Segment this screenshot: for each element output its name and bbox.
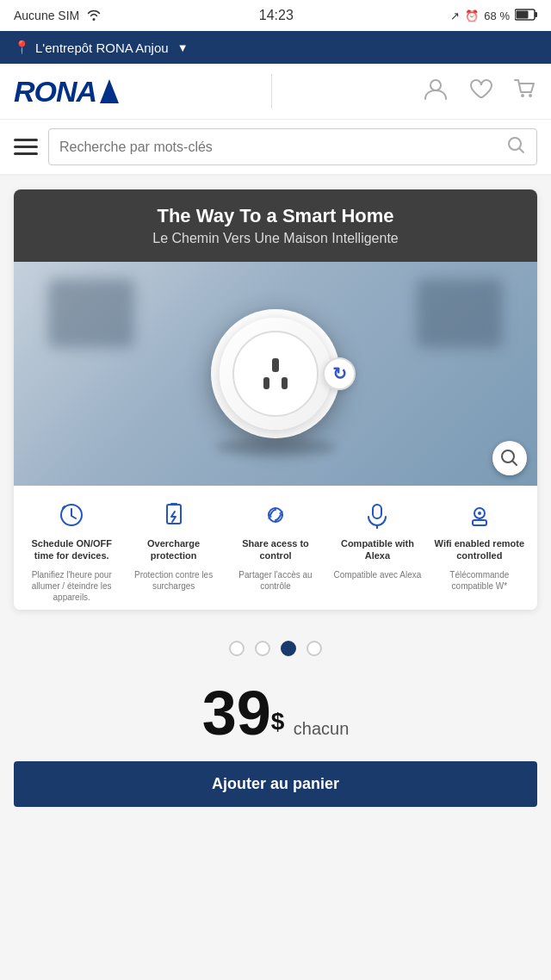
user-icon — [424, 77, 448, 101]
cart-icon — [513, 77, 537, 101]
logo-text: RONA — [14, 75, 96, 109]
price-currency: $ — [271, 707, 285, 734]
cart-icon-button[interactable] — [513, 77, 537, 107]
banner-subtitle: Le Chemin Vers Une Maison Intelligente — [31, 231, 520, 246]
feature-schedule-sublabel: Planifiez l'heure pour allumer / éteindr… — [24, 569, 119, 603]
feature-wifi: Wifi enabled remote controlled Télécomma… — [429, 499, 530, 603]
svg-rect-13 — [373, 505, 381, 518]
location-bar[interactable]: 📍 L'entrepôt RONA Anjou ▼ — [0, 31, 551, 64]
price-amount: 39 — [202, 679, 271, 747]
feature-schedule: Schedule ON/OFF time for devices. Planif… — [21, 499, 122, 603]
battery-icon — [515, 9, 537, 23]
status-right: ↗ ⏰ 68 % — [450, 9, 537, 23]
features-row: Schedule ON/OFF time for devices. Planif… — [14, 486, 537, 610]
price-display: 39$ chacun — [202, 723, 350, 737]
plug-outer — [220, 318, 331, 430]
feature-overcharge-label: Overcharge protection — [126, 537, 220, 562]
search-input-container — [48, 128, 537, 165]
search-input[interactable] — [59, 140, 507, 155]
hamburger-line-1 — [14, 139, 38, 141]
feature-overcharge: Overcharge protection Protection contre … — [122, 499, 224, 603]
nav-icon: ↗ — [450, 9, 460, 22]
feature-wifi-sublabel: Télécommande compatible W* — [432, 569, 527, 592]
status-left: Aucune SIM — [14, 9, 102, 23]
svg-rect-17 — [473, 520, 486, 525]
alarm-icon: ⏰ — [465, 9, 479, 22]
feature-wifi-label: Wifi enabled remote controlled — [432, 537, 527, 562]
battery-label: 68 % — [484, 9, 510, 22]
header-divider — [271, 74, 272, 109]
charge-icon — [160, 499, 188, 530]
feature-alexa-sublabel: Compatible avec Alexa — [334, 569, 422, 580]
banner-text-area: The Way To a Smart Home Le Chemin Vers U… — [14, 189, 537, 262]
hamburger-line-2 — [14, 146, 38, 148]
logo-area: RONA — [14, 75, 119, 109]
pagination-dots — [0, 623, 551, 673]
product-area: The Way To a Smart Home Le Chemin Vers U… — [0, 176, 551, 623]
price-unit: chacun — [294, 719, 350, 738]
status-bar: Aucune SIM 14:23 ↗ ⏰ 68 % — [0, 0, 551, 31]
carrier-label: Aucune SIM — [14, 9, 79, 22]
wishlist-icon-button[interactable] — [468, 77, 492, 107]
plug-face — [232, 331, 319, 417]
product-card: The Way To a Smart Home Le Chemin Vers U… — [14, 189, 537, 610]
bg-blur-left — [48, 279, 134, 348]
dot-1[interactable] — [229, 641, 245, 656]
feature-share: Share acess to control Partager l'accès … — [225, 499, 326, 603]
power-button[interactable]: ↻ — [323, 357, 356, 390]
feature-overcharge-sublabel: Protection contre les surcharges — [126, 569, 220, 592]
svg-rect-11 — [170, 503, 177, 506]
feature-schedule-label: Schedule ON/OFF time for devices. — [24, 537, 119, 562]
svg-rect-1 — [516, 10, 528, 18]
clock-icon — [58, 499, 85, 530]
feature-alexa-label: Compatible with Alexa — [330, 537, 424, 562]
mic-icon — [363, 499, 391, 530]
dot-3[interactable] — [281, 641, 296, 656]
logo-triangle-icon — [100, 79, 119, 103]
plug-body: ↻ — [211, 309, 340, 438]
svg-point-16 — [478, 512, 481, 515]
svg-point-4 — [430, 80, 441, 90]
price-section: 39$ chacun — [0, 673, 551, 761]
feature-share-sublabel: Partager l'accès au contrôle — [228, 569, 323, 592]
wifi-icon — [86, 9, 102, 23]
hamburger-line-3 — [14, 152, 38, 155]
feature-alexa: Compatible with Alexa Compatible avec Al… — [326, 499, 428, 603]
dot-2[interactable] — [255, 641, 270, 656]
product-image: ↻ — [14, 262, 537, 486]
add-to-cart-button[interactable]: Ajouter au panier — [14, 761, 537, 807]
search-submit-button[interactable] — [507, 136, 526, 158]
svg-marker-3 — [100, 79, 119, 103]
plug-prongs-row — [263, 377, 288, 389]
search-icon — [507, 136, 526, 155]
banner-title: The Way To a Smart Home — [31, 205, 520, 227]
power-icon: ↻ — [332, 363, 347, 384]
dot-4[interactable] — [306, 641, 322, 656]
bg-blur-right — [417, 279, 503, 348]
svg-rect-2 — [535, 12, 537, 17]
store-name: L'entrepôt RONA Anjou — [35, 40, 169, 55]
share-icon — [262, 499, 289, 530]
header-icons — [424, 77, 537, 107]
header: RONA — [0, 64, 551, 120]
zoom-icon — [500, 449, 519, 468]
heart-icon — [468, 77, 492, 101]
plug-prong-right — [282, 377, 288, 389]
wifi-cam-icon — [466, 499, 493, 530]
plug-shadow — [215, 438, 336, 456]
zoom-button[interactable] — [492, 441, 527, 475]
search-bar — [0, 120, 551, 176]
time-display: 14:23 — [259, 8, 294, 23]
hamburger-menu[interactable] — [14, 139, 38, 155]
bottom-cta: Ajouter au panier — [0, 761, 551, 824]
rona-logo: RONA — [14, 75, 119, 109]
smart-plug: ↻ — [211, 309, 340, 438]
location-pin-icon: 📍 — [14, 40, 30, 55]
plug-ground — [272, 358, 279, 372]
feature-share-label: Share acess to control — [228, 537, 323, 562]
svg-point-5 — [521, 94, 524, 97]
svg-point-6 — [529, 94, 532, 97]
user-icon-button[interactable] — [424, 77, 448, 107]
plug-prong-left — [263, 377, 269, 389]
chevron-down-icon: ▼ — [177, 41, 189, 54]
